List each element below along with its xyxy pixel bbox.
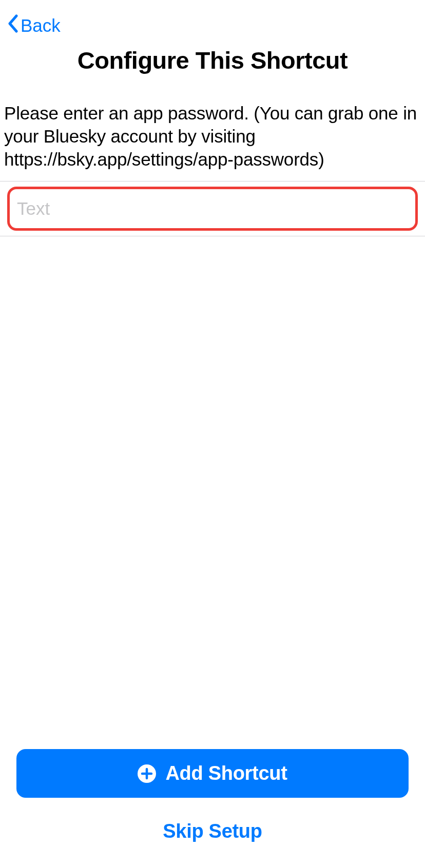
footer: Add Shortcut Skip Setup xyxy=(0,749,425,868)
app-password-input[interactable] xyxy=(17,198,408,219)
input-highlight xyxy=(7,187,418,231)
instruction-text: Please enter an app password. (You can g… xyxy=(0,90,425,181)
navigation-bar: Back xyxy=(0,0,425,42)
title-area: Configure This Shortcut xyxy=(0,42,425,90)
skip-setup-button[interactable]: Skip Setup xyxy=(16,820,409,842)
spacer xyxy=(0,236,425,749)
back-button[interactable]: Back xyxy=(7,14,61,37)
input-section xyxy=(0,181,425,236)
plus-circle-icon xyxy=(138,764,156,783)
page-title: Configure This Shortcut xyxy=(15,46,410,74)
chevron-left-icon xyxy=(7,14,18,37)
add-shortcut-label: Add Shortcut xyxy=(165,762,287,784)
back-label: Back xyxy=(21,15,61,36)
add-shortcut-button[interactable]: Add Shortcut xyxy=(16,749,409,798)
